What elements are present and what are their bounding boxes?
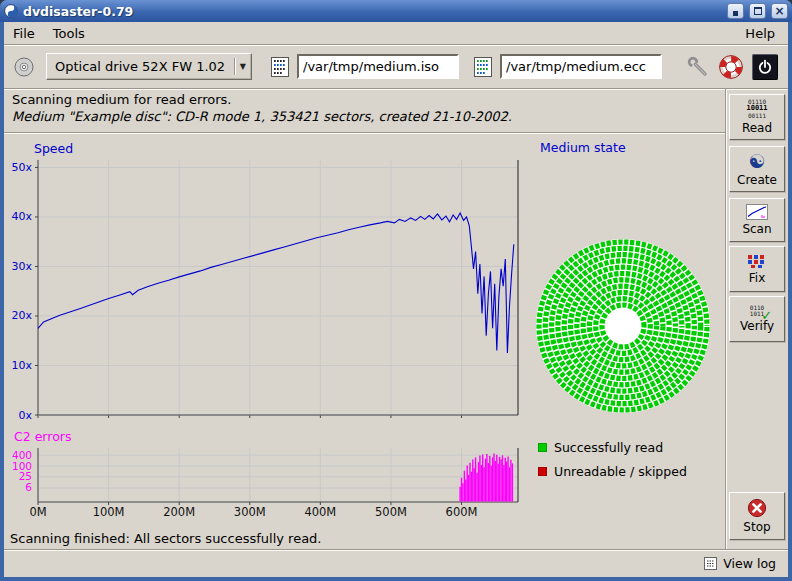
ecc-path-input[interactable]: [500, 54, 662, 79]
fix-button[interactable]: Fix: [729, 246, 785, 292]
axis-tick-label: 0M: [29, 505, 46, 519]
dvdisaster-logo-icon[interactable]: [718, 54, 744, 80]
legend-item: Unreadable / skipped: [538, 464, 687, 479]
read-button-label: Read: [742, 121, 772, 135]
chevron-down-icon: ▼: [240, 62, 248, 71]
separator: [4, 132, 726, 134]
verify-icon: 0110 1011 ✓: [750, 305, 764, 318]
scan-button[interactable]: Scan: [729, 198, 785, 242]
log-icon: [704, 557, 717, 570]
separator: [4, 88, 788, 90]
status-result: Scanning finished: All sectors successfu…: [10, 531, 322, 546]
maximize-button[interactable]: [749, 3, 766, 19]
close-icon: ×: [774, 5, 784, 17]
axis-tick-label: 30x: [11, 260, 32, 273]
app-icon: [4, 4, 18, 18]
view-log-button[interactable]: View log: [4, 550, 788, 577]
optical-drive-icon: [12, 55, 36, 79]
minimize-button[interactable]: [727, 3, 744, 19]
create-yinyang-icon: ☯: [748, 152, 765, 171]
axis-tick-label: 300M: [234, 505, 266, 519]
iso-path-input[interactable]: [297, 54, 459, 79]
toolbar: Optical drive 52X FW 1.02 ▼: [4, 45, 788, 88]
medium-state-legend: Successfully read Unreadable / skipped: [538, 440, 687, 479]
read-button[interactable]: 01110 10011 00111 Read: [729, 94, 785, 140]
create-button[interactable]: ☯ Create: [729, 146, 785, 192]
drive-selector[interactable]: Optical drive 52X FW 1.02 ▼: [46, 53, 252, 80]
verify-button[interactable]: 0110 1011 ✓ Verify: [729, 296, 785, 342]
axis-tick-label: 500M: [375, 505, 407, 519]
checkmark-icon: ✓: [761, 309, 772, 322]
fix-button-label: Fix: [749, 271, 765, 285]
stop-icon: [747, 498, 767, 518]
axis-tick-label: 40x: [11, 210, 32, 223]
axis-tick-label: 20x: [11, 309, 32, 322]
window-content: File Tools Help Optical drive 52X FW 1.0…: [4, 22, 788, 577]
axis-tick-label: 600M: [446, 505, 478, 519]
scan-chart-icon: [746, 204, 768, 220]
drive-selector-value: Optical drive 52X FW 1.02: [55, 59, 232, 74]
maximize-icon: [754, 7, 762, 15]
menu-tools[interactable]: Tools: [44, 24, 94, 43]
menu-help[interactable]: Help: [732, 24, 788, 43]
status-action: Scanning medium for read errors.: [12, 92, 231, 107]
close-button[interactable]: ×: [771, 3, 788, 19]
quit-button[interactable]: [752, 54, 778, 80]
speed-curve: [38, 213, 514, 353]
fix-icon: [747, 254, 767, 269]
axis-tick-label: 0x: [18, 409, 32, 422]
create-button-label: Create: [737, 173, 777, 187]
power-icon: [757, 59, 773, 75]
legend-item: Successfully read: [538, 440, 687, 455]
icon-binary-row: 00111: [746, 113, 767, 119]
legend-swatch-unreadable: [538, 467, 547, 476]
axis-tick-label: 200M: [163, 505, 195, 519]
legend-swatch-success: [538, 443, 547, 452]
menubar: File Tools Help: [4, 22, 788, 44]
stop-button[interactable]: Stop: [729, 492, 785, 540]
axis-tick-label: 100M: [93, 505, 125, 519]
combo-divider: [234, 58, 236, 75]
minimize-icon: [733, 11, 738, 16]
stop-button-label: Stop: [743, 520, 770, 534]
axis-tick-label: 400M: [304, 505, 336, 519]
sidebar-separator: [725, 89, 727, 549]
menu-file[interactable]: File: [4, 24, 44, 43]
ecc-file-icon: [471, 55, 495, 79]
iso-image-icon: [268, 55, 292, 79]
axis-tick-label: 10x: [11, 359, 32, 372]
axis-tick-label: 50x: [11, 161, 32, 174]
axis-tick-label: 6: [25, 481, 32, 493]
read-icon: 01110 10011 00111: [746, 99, 767, 119]
view-log-label: View log: [723, 556, 776, 571]
status-medium-info: Medium "Example disc": CD-R mode 1, 3534…: [12, 109, 512, 124]
legend-label: Successfully read: [554, 440, 663, 455]
legend-label: Unreadable / skipped: [554, 464, 687, 479]
scan-button-label: Scan: [742, 222, 771, 236]
medium-state-disc: [535, 238, 711, 414]
titlebar[interactable]: dvdisaster-0.79 ×: [0, 0, 792, 22]
preferences-wrench-icon[interactable]: [686, 55, 710, 79]
window-title: dvdisaster-0.79: [23, 4, 133, 19]
app-window: dvdisaster-0.79 × File Tools Help Optica…: [0, 0, 792, 581]
